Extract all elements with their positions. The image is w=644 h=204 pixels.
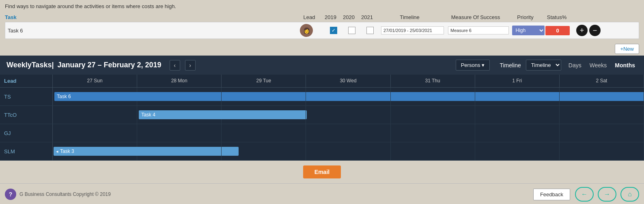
day-header-2: 29 Tue (222, 75, 306, 87)
calendar-row-gj: GJ (0, 124, 644, 142)
day-cell-gj-4 (391, 124, 475, 142)
day-cell-slm-5 (475, 142, 560, 160)
day-header-4: 31 Thu (391, 75, 475, 87)
calendar-row-ttco: TTcO Task 4 (0, 106, 644, 124)
task-area: Task Lead 2019 2020 2021 Timeline Measur… (0, 13, 644, 42)
checkbox-2020[interactable] (348, 27, 355, 34)
day-cell-ttco-4 (391, 106, 475, 124)
checkbox-2021[interactable] (366, 27, 374, 34)
col-header-measure: Measure Of Success (443, 14, 508, 20)
calendar-row-slm: SLM ◂ Task 3 (0, 142, 644, 161)
year-2020-cell (342, 27, 361, 34)
priority-select[interactable]: High Medium Low (512, 26, 545, 35)
col-header-timeline: Timeline (376, 14, 443, 20)
day-cell-slm-3 (306, 142, 390, 160)
day-cell-ts-1 (137, 88, 222, 105)
timeline-label: Timeline (500, 62, 521, 69)
year-2019-cell: ✓ (324, 27, 342, 34)
persons-chevron-icon: ▾ (482, 62, 485, 68)
day-cell-ts-0: Task 6 (53, 88, 137, 105)
new-button[interactable]: +New (615, 44, 639, 54)
day-cell-gj-3 (306, 124, 390, 142)
day-cell-slm-0: ◂ Task 3 (53, 142, 137, 160)
day-cell-gj-1 (137, 124, 222, 142)
calendar-days-header: Lead 27 Sun 28 Mon 29 Tue 30 Wed 31 Thu … (0, 75, 644, 88)
day-cell-ts-3 (306, 88, 390, 105)
help-icon: ? (9, 191, 13, 198)
calendar-header: WeeklyTasks| January 27 – February 2, 20… (0, 56, 644, 75)
task-priority: High Medium Low (511, 26, 545, 35)
email-button[interactable]: Email (303, 165, 341, 178)
checkbox-2019[interactable]: ✓ (330, 27, 337, 34)
next-week-button[interactable]: › (185, 60, 196, 71)
timeline-input[interactable] (381, 26, 444, 34)
avatar: 👩 (300, 24, 313, 37)
year-2021-cell (361, 27, 379, 34)
col-header-status: Status% (543, 14, 571, 20)
task-actions: + − (576, 25, 601, 36)
prev-week-button[interactable]: ‹ (170, 60, 180, 71)
email-row: Email (0, 161, 644, 183)
nav-forward-button[interactable]: → (598, 187, 616, 202)
task-measure (446, 26, 511, 34)
day-cell-ttco-5 (475, 106, 560, 124)
calendar-section: WeeklyTasks| January 27 – February 2, 20… (0, 56, 644, 161)
day-cell-slm-1 (137, 142, 222, 160)
task-header: Task Lead 2019 2020 2021 Timeline Measur… (5, 14, 639, 20)
day-cell-slm-2 (222, 142, 306, 160)
col-header-lead: Lead (297, 14, 321, 20)
persons-dropdown[interactable]: Persons ▾ (456, 60, 490, 71)
task-lead: 👩 (300, 24, 324, 37)
info-text: Find ways to navigate around the activit… (5, 3, 176, 9)
days-view-button[interactable]: Days (566, 60, 584, 70)
day-cell-gj-0 (53, 124, 137, 142)
measure-input[interactable] (448, 26, 509, 34)
task-timeline (379, 26, 446, 34)
day-header-6: 2 Sat (560, 75, 644, 87)
help-button[interactable]: ? (5, 189, 16, 200)
day-cell-slm-4 (391, 142, 475, 160)
col-header-2020: 2020 (340, 14, 358, 20)
day-cell-ts-4 (391, 88, 475, 105)
lead-ts: TS (0, 88, 53, 105)
day-cell-ttco-2 (222, 106, 306, 124)
day-cell-gj-5 (475, 124, 560, 142)
col-header-2021: 2021 (358, 14, 376, 20)
day-cell-ttco-0 (53, 106, 137, 124)
months-view-button[interactable]: Months (612, 60, 638, 70)
calendar-row-ts: TS Task 6 (0, 88, 644, 106)
nav-back-button[interactable]: ← (575, 187, 594, 202)
info-bar: Find ways to navigate around the activit… (0, 0, 644, 13)
day-cell-ts-5 (475, 88, 560, 105)
day-header-1: 28 Mon (137, 75, 222, 87)
col-header-years: 2019 2020 2021 (321, 14, 376, 20)
footer: ? G Business Consultants Copyright © 201… (0, 183, 644, 204)
day-cell-ts-2 (222, 88, 306, 105)
task-status: 0 (545, 26, 574, 35)
copyright-text: G Business Consultants Copyright © 2019 (19, 191, 533, 197)
footer-nav: ← → ⌂ (575, 187, 639, 202)
day-cell-ttco-6 (560, 106, 644, 124)
day-cell-ttco-3 (306, 106, 390, 124)
day-cell-slm-6 (560, 142, 644, 160)
timeline-dropdown[interactable]: Timeline (526, 60, 561, 71)
day-cell-ts-6 (560, 88, 644, 105)
day-cell-gj-2 (222, 124, 306, 142)
view-buttons: Days Weeks Months (566, 60, 638, 70)
task-years: ✓ (324, 27, 379, 34)
nav-home-button[interactable]: ⌂ (620, 187, 639, 202)
lead-col-header: Lead (0, 75, 53, 87)
day-cell-ttco-1: Task 4 (137, 106, 222, 124)
lead-ttco: TTcO (0, 106, 53, 124)
day-header-0: 27 Sun (53, 75, 137, 87)
lead-slm: SLM (0, 142, 53, 160)
remove-task-button[interactable]: − (589, 25, 601, 36)
col-header-task: Task (5, 14, 297, 20)
weeks-view-button[interactable]: Weeks (587, 60, 610, 70)
add-task-button[interactable]: + (576, 25, 588, 36)
feedback-button[interactable]: Feedback (533, 189, 570, 200)
col-header-priority: Priority (508, 14, 543, 20)
day-header-3: 30 Wed (306, 75, 390, 87)
task-row: Task 6 👩 ✓ High Medium Low (5, 22, 639, 39)
day-cell-gj-6 (560, 124, 644, 142)
